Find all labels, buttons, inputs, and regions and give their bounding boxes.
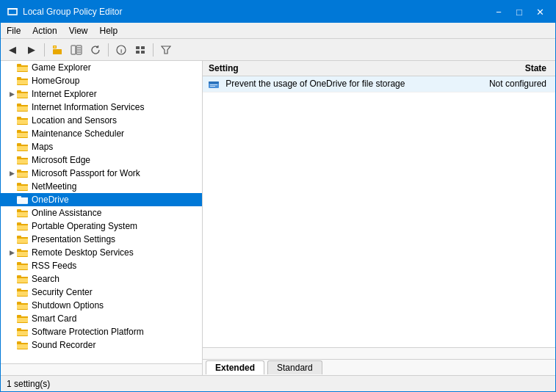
- tree-item-security-center[interactable]: Security Center: [1, 286, 202, 299]
- svg-rect-105: [17, 343, 28, 344]
- tree-item-netmeeting[interactable]: NetMeeting: [1, 180, 202, 193]
- tree-item-microsoft-edge[interactable]: Microsoft Edge: [1, 153, 202, 167]
- folder-icon: [17, 247, 29, 258]
- settings-hscroll[interactable]: [203, 347, 555, 359]
- tree-item-label: Maps: [32, 142, 53, 152]
- folder-icon: [17, 287, 29, 297]
- folder-icon: [17, 128, 29, 139]
- tab-extended[interactable]: Extended: [206, 360, 264, 374]
- up-button[interactable]: [48, 41, 66, 59]
- expand-placeholder: [7, 181, 17, 192]
- svg-rect-107: [209, 81, 219, 84]
- folder-icon: [17, 221, 29, 231]
- expand-placeholder: [7, 340, 17, 350]
- folder-icon: [17, 76, 29, 86]
- expand-arrow-icon[interactable]: ▶: [7, 89, 17, 99]
- expand-placeholder: [7, 261, 17, 271]
- svg-rect-5: [54, 46, 56, 48]
- tree-item-maintenance-scheduler[interactable]: Maintenance Scheduler: [1, 127, 202, 140]
- tree-item-rss-feeds[interactable]: RSS Feeds: [1, 259, 202, 272]
- folder-icon: [17, 115, 29, 126]
- svg-rect-89: [17, 290, 28, 291]
- folder-icon: [17, 89, 29, 99]
- settings-table: Setting State: [203, 61, 555, 92]
- expand-placeholder: [7, 234, 17, 244]
- expand-arrow-icon[interactable]: ▶: [7, 168, 17, 178]
- svg-marker-17: [162, 46, 170, 54]
- folder-icon: [17, 261, 29, 271]
- view-button[interactable]: [131, 41, 149, 59]
- folder-icon: [17, 340, 29, 350]
- folder-icon: [17, 102, 29, 112]
- state-cell: Not configured: [465, 76, 555, 92]
- tree-item-remote-desktop[interactable]: ▶ Remote Desktop Services: [1, 246, 202, 259]
- menu-view[interactable]: View: [63, 23, 94, 38]
- folder-icon: [17, 181, 29, 192]
- toolbar-separator-1: [44, 43, 45, 57]
- tree-item-shutdown-options[interactable]: Shutdown Options: [1, 299, 202, 312]
- expand-placeholder: [7, 327, 17, 337]
- tree-item-portable-os[interactable]: Portable Operating System: [1, 219, 202, 233]
- forward-button[interactable]: ▶: [23, 41, 40, 59]
- filter-button[interactable]: [157, 41, 175, 59]
- expand-placeholder: [7, 76, 17, 86]
- tree-item-smart-card[interactable]: Smart Card: [1, 312, 202, 325]
- minimize-button[interactable]: −: [489, 4, 508, 20]
- tree-item-game-explorer[interactable]: Game Explorer: [1, 61, 202, 74]
- expand-arrow-icon[interactable]: ▶: [7, 247, 17, 258]
- svg-rect-4: [53, 49, 62, 54]
- svg-rect-2: [7, 8, 18, 10]
- table-header-row: Setting State: [203, 61, 555, 76]
- folder-icon: [17, 155, 29, 165]
- folder-icon: [17, 195, 29, 205]
- tree-item-label: Software Protection Platform: [32, 327, 144, 337]
- svg-rect-14: [141, 46, 145, 49]
- svg-rect-65: [17, 211, 28, 212]
- maximize-button[interactable]: □: [510, 4, 529, 20]
- folder-icon: [17, 274, 29, 284]
- expand-placeholder: [7, 62, 17, 73]
- properties-button[interactable]: i: [112, 41, 130, 59]
- folder-icon: [17, 300, 29, 311]
- back-button[interactable]: ◀: [4, 41, 21, 59]
- settings-table-container[interactable]: Setting State: [203, 61, 555, 347]
- tab-standard[interactable]: Standard: [267, 360, 322, 374]
- svg-rect-108: [210, 84, 217, 85]
- close-button[interactable]: ✕: [530, 4, 549, 20]
- svg-rect-15: [136, 51, 140, 54]
- refresh-button[interactable]: [87, 41, 104, 59]
- menu-help[interactable]: Help: [94, 23, 124, 38]
- svg-rect-73: [17, 237, 28, 239]
- tree-item-software-protection[interactable]: Software Protection Platform: [1, 325, 202, 338]
- menu-action[interactable]: Action: [26, 23, 62, 38]
- tree-item-iis[interactable]: Internet Information Services: [1, 101, 202, 114]
- tree-item-homegroup[interactable]: HomeGroup: [1, 74, 202, 87]
- tree-item-internet-explorer[interactable]: ▶ Internet Explorer: [1, 87, 202, 101]
- svg-rect-16: [141, 51, 145, 54]
- tree-item-label: Online Assistance: [32, 208, 101, 218]
- folder-icon: [17, 62, 29, 73]
- svg-text:i: i: [120, 47, 122, 54]
- tree-item-maps[interactable]: Maps: [1, 140, 202, 153]
- tree-item-location-sensors[interactable]: Location and Sensors: [1, 114, 202, 127]
- tree-hscroll[interactable]: [1, 363, 202, 375]
- svg-rect-53: [17, 171, 28, 173]
- tree-scroll[interactable]: Game Explorer HomeGroup ▶ Internet: [1, 61, 202, 363]
- menu-file[interactable]: File: [1, 23, 26, 38]
- tree-item-passport[interactable]: ▶ Microsoft Passport for Work: [1, 167, 202, 180]
- tree-item-onedrive[interactable]: OneDrive: [1, 193, 202, 206]
- tree-item-online-assistance[interactable]: Online Assistance: [1, 206, 202, 219]
- svg-rect-1: [9, 10, 16, 14]
- svg-rect-13: [136, 46, 140, 49]
- expand-placeholder: [7, 142, 17, 152]
- settings-pane: Setting State: [203, 61, 555, 375]
- show-hide-tree-button[interactable]: [68, 41, 85, 59]
- tree-item-label: Microsoft Passport for Work: [32, 168, 140, 178]
- tree-item-sound-recorder[interactable]: Sound Recorder: [1, 338, 202, 352]
- table-row[interactable]: Prevent the usage of OneDrive for file s…: [203, 76, 555, 92]
- folder-icon: [17, 313, 29, 324]
- svg-rect-45: [17, 145, 28, 146]
- tree-item-search[interactable]: Search: [1, 272, 202, 286]
- expand-placeholder: [7, 128, 17, 139]
- tree-item-presentation-settings[interactable]: Presentation Settings: [1, 233, 202, 246]
